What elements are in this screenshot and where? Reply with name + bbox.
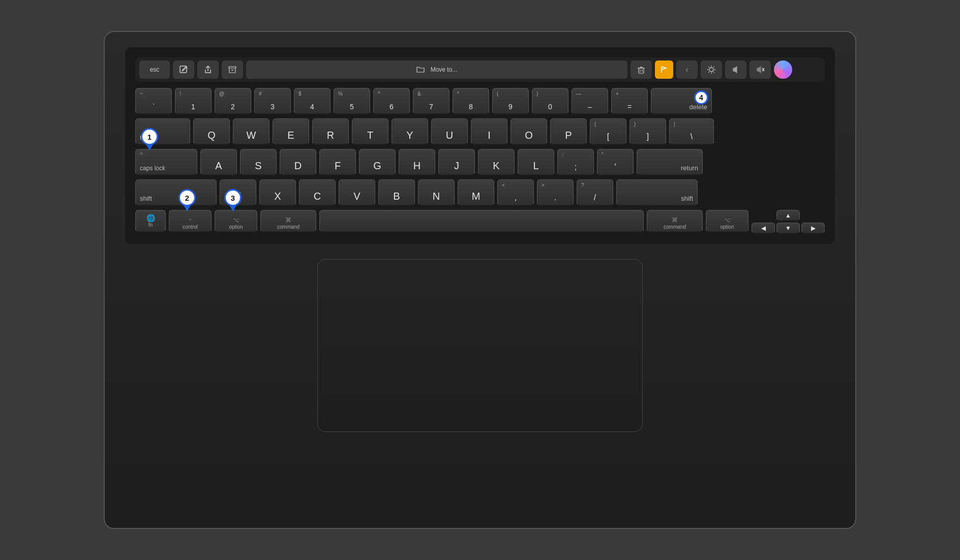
key-u[interactable]: U — [431, 118, 468, 145]
key-i[interactable]: I — [471, 118, 507, 145]
flag-icon-tb[interactable] — [655, 60, 673, 79]
marker-2-pin: 2 — [178, 189, 196, 211]
key-bracket-right[interactable]: } ] — [629, 118, 666, 145]
key-a[interactable]: A — [200, 149, 237, 175]
key-3[interactable]: # 3 — [254, 88, 291, 114]
key-period[interactable]: > . — [537, 179, 574, 206]
key-return[interactable]: return — [637, 149, 703, 175]
key-slash[interactable]: ? / — [577, 179, 613, 206]
key-8[interactable]: * 8 — [453, 88, 489, 114]
asdf-row: caps lock 1 A S D F G H J K L : ; " ' — [135, 149, 825, 175]
key-r[interactable]: R — [312, 118, 349, 145]
trash-icon-tb[interactable] — [631, 60, 652, 79]
marker-4: 4 — [694, 90, 708, 105]
moveto-label: Move to... — [431, 66, 458, 73]
key-comma[interactable]: < , — [497, 179, 534, 206]
key-arrow-down[interactable]: ▼ — [776, 223, 800, 234]
caps-led — [140, 152, 143, 155]
siri-icon-tb[interactable] — [774, 60, 792, 79]
key-d[interactable]: D — [280, 149, 316, 175]
key-caps-lock[interactable]: caps lock 1 — [135, 149, 197, 175]
key-arrow-left[interactable]: ◀ — [752, 223, 775, 234]
brightness-icon-tb[interactable] — [701, 60, 722, 79]
key-shift-left[interactable]: shift — [135, 179, 217, 206]
key-6[interactable]: ^ 6 — [373, 88, 410, 114]
key-t[interactable]: T — [352, 118, 388, 145]
key-w[interactable]: W — [233, 118, 269, 145]
key-minus[interactable]: — – — [572, 88, 608, 114]
key-tilde[interactable]: ~ ` — [135, 88, 172, 114]
key-x[interactable]: X — [259, 179, 296, 206]
key-n[interactable]: N — [418, 179, 455, 206]
key-v[interactable]: V — [339, 179, 375, 206]
key-b[interactable]: B — [378, 179, 415, 206]
key-quote[interactable]: " ' — [597, 149, 634, 175]
key-0[interactable]: ) 0 — [532, 88, 568, 114]
arrow-key-group: ▲ ◀ ▼ ▶ — [752, 210, 825, 234]
key-m[interactable]: M — [458, 179, 494, 206]
key-shift-right[interactable]: shift — [616, 179, 698, 206]
command-left-label: command — [277, 224, 299, 230]
key-option-right[interactable]: ⌥ option — [706, 210, 748, 232]
chevron-left-tb[interactable]: ‹ — [676, 60, 698, 79]
moveto-button-tb[interactable]: Move to... — [246, 60, 627, 79]
key-control-left[interactable]: 2 ⌃ control — [169, 210, 212, 232]
trackpad[interactable] — [317, 259, 643, 432]
key-c[interactable]: C — [299, 179, 336, 206]
command-right-label: command — [664, 224, 686, 230]
key-option-left[interactable]: 3 ⌥ option — [215, 210, 257, 232]
key-q[interactable]: Q — [193, 118, 230, 145]
key-arrow-up[interactable]: ▲ — [776, 210, 800, 221]
key-1[interactable]: ! 1 — [175, 88, 212, 114]
option-left-label: option — [229, 224, 243, 230]
key-arrow-right[interactable]: ▶ — [801, 223, 825, 234]
key-f[interactable]: F — [319, 149, 356, 175]
tb-extra-key[interactable] — [795, 60, 821, 79]
key-command-left[interactable]: ⌘ command — [260, 210, 316, 232]
key-k[interactable]: K — [478, 149, 515, 175]
key-g[interactable]: G — [359, 149, 396, 175]
key-5[interactable]: % 5 — [334, 88, 370, 114]
key-9[interactable]: ( 9 — [492, 88, 529, 114]
key-o[interactable]: O — [511, 118, 547, 145]
key-fn[interactable]: 🌐 fn — [135, 210, 166, 232]
key-backslash[interactable]: | \ — [669, 118, 714, 145]
qwerty-row: tab Q W E R T Y U I O P { [ } ] | \ — [135, 118, 825, 145]
key-4[interactable]: $ 4 — [294, 88, 331, 114]
fn-row: 🌐 fn 2 ⌃ control 3 — [135, 210, 825, 234]
key-bracket-left[interactable]: { [ — [590, 118, 626, 145]
option-right-label: option — [720, 224, 734, 230]
laptop-body: esc Move to... — [104, 31, 856, 529]
svg-rect-1 — [229, 67, 236, 68]
archive-icon-tb[interactable] — [222, 60, 243, 79]
key-y[interactable]: Y — [392, 118, 428, 145]
share-icon-tb[interactable] — [197, 60, 219, 79]
keyboard-area: esc Move to... — [125, 47, 835, 244]
marker-1-pin: 1 — [141, 128, 158, 150]
volume-icon-tb[interactable] — [725, 60, 746, 79]
esc-key[interactable]: esc — [139, 60, 170, 79]
key-semicolon[interactable]: : ; — [557, 149, 594, 175]
key-space[interactable] — [319, 210, 644, 232]
key-delete[interactable]: 4 delete — [651, 88, 712, 114]
key-equals[interactable]: + = — [611, 88, 648, 114]
key-command-right[interactable]: ⌘ command — [647, 210, 703, 232]
mute-icon-tb[interactable] — [749, 60, 771, 79]
touch-bar: esc Move to... — [135, 57, 825, 82]
compose-icon-tb[interactable] — [173, 60, 194, 79]
key-e[interactable]: E — [273, 118, 309, 145]
control-label: control — [183, 224, 198, 230]
key-h[interactable]: H — [399, 149, 435, 175]
marker-3-pin: 3 — [224, 189, 242, 211]
key-l[interactable]: L — [518, 149, 554, 175]
key-7[interactable]: & 7 — [413, 88, 449, 114]
key-p[interactable]: P — [550, 118, 587, 145]
key-s[interactable]: S — [240, 149, 277, 175]
key-2[interactable]: @ 2 — [215, 88, 251, 114]
number-row: ~ ` ! 1 @ 2 # 3 $ 4 % 5 — [135, 88, 825, 114]
svg-point-3 — [709, 68, 713, 72]
key-j[interactable]: J — [438, 149, 475, 175]
svg-rect-2 — [639, 68, 644, 73]
